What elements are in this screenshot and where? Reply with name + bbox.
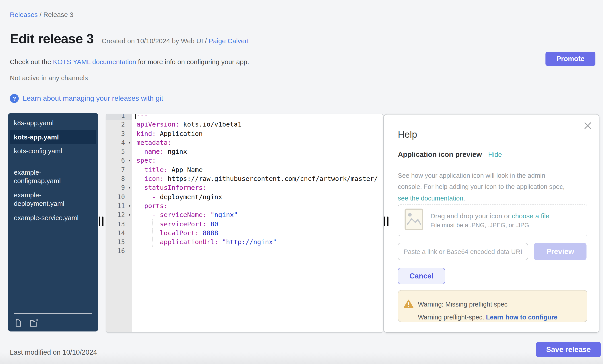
code-line[interactable]: kind: Application [137,129,383,138]
line-number: 13 [106,220,132,229]
icon-preview-section-row: Application icon preview Hide [398,151,502,159]
line-number: 8 [106,174,132,183]
see-documentation-link[interactable]: see the documentation [398,195,463,202]
dropzone-text: Drag and drop your icon or choose a file… [430,212,549,228]
line-number: 2 [106,120,132,129]
code-line[interactable]: localPort: 8888 [137,229,383,238]
cancel-button[interactable]: Cancel [398,268,445,284]
text-cursor [135,114,135,119]
resize-handle-left[interactable] [99,217,104,226]
file-group-examples: example-configmap.yamlexample-deployment… [8,165,98,225]
code-line[interactable]: title: App Name [137,165,383,175]
code-line[interactable]: - deployment/nginx [137,192,383,201]
image-placeholder-icon [405,208,423,232]
save-release-button[interactable]: Save release [536,342,601,357]
line-number: 5 [106,147,132,156]
file-group-app: k8s-app.yamlkots-app.yamlkots-config.yam… [8,116,98,158]
icon-url-input[interactable] [398,243,528,260]
choose-file-link[interactable]: choose a file [512,212,549,220]
warning-text: Warning preflight-spec. Learn how to con… [418,314,557,321]
git-releases-link[interactable]: Learn about managing your releases with … [23,94,163,102]
line-number: 16 [106,247,132,256]
code-line[interactable]: name: nginx [137,147,383,156]
code-line[interactable]: ports: [137,201,383,210]
edit-release-page: Releases / Release 3 Edit release 3 Crea… [0,0,603,364]
file-item-example-configmap.yaml[interactable]: example-configmap.yaml [10,165,96,188]
warning-title: Warning: Missing preflight spec [418,301,508,308]
code-line[interactable]: icon: https://raw.githubusercontent.com/… [137,174,383,183]
title-row: Edit release 3 Created on 10/10/2024 by … [10,31,249,46]
file-item-kots-app.yaml[interactable]: kots-app.yaml [10,130,96,144]
breadcrumb: Releases / Release 3 [10,11,73,18]
warning-triangle-icon [404,299,413,310]
channel-status: Not active in any channels [10,74,88,82]
line-number: 12▾ [106,210,132,220]
fold-arrow-icon[interactable]: ▾ [128,183,131,192]
code-line[interactable]: servicePort: 80 [137,220,383,229]
code-line[interactable]: applicationUrl: "http://nginx" [137,237,383,247]
line-number: 1 [106,114,132,120]
breadcrumb-releases-link[interactable]: Releases [10,11,38,18]
icon-dropzone[interactable]: Drag and drop your icon or choose a file… [398,204,587,236]
help-panel: Help Application icon preview Hide See h… [383,114,599,333]
viewport: Releases / Release 3 Edit release 3 Crea… [0,0,603,364]
help-title: Help [398,129,417,140]
editor-scroll: 1234▾56▾789▾1011▾12▾13141516 ---apiVersi… [106,114,383,256]
icon-url-row: Preview [398,243,587,260]
sidebar-bottom [8,313,98,330]
code-line[interactable] [137,247,383,256]
fold-arrow-icon[interactable]: ▾ [128,156,131,165]
git-help-row: ? Learn about managing your releases wit… [10,94,163,103]
icon-preview-section-title: Application icon preview [398,151,482,159]
question-mark-icon: ? [10,94,19,103]
new-folder-icon[interactable] [29,318,40,327]
promote-button[interactable]: Promote [545,52,595,66]
hide-link[interactable]: Hide [488,151,502,158]
fold-arrow-icon[interactable]: ▾ [128,210,131,220]
breadcrumb-separator: / [38,11,43,18]
preview-button[interactable]: Preview [534,243,587,260]
page-title: Edit release 3 [10,31,94,46]
code-line[interactable]: spec: [137,156,383,165]
warning-configure-link[interactable]: Learn how to configure [486,314,557,321]
help-description: See how your application icon will look … [398,170,588,204]
line-number: 15 [106,237,132,247]
editor-gutter: 1234▾56▾789▾1011▾12▾13141516 [106,114,132,256]
code-line[interactable]: apiVersion: kots.io/v1beta1 [137,120,383,129]
resize-handle-right[interactable] [384,217,388,226]
line-number: 3 [106,129,132,138]
code-line[interactable]: statusInformers: [137,183,383,192]
line-number: 11▾ [106,201,132,210]
new-file-icon[interactable] [14,318,23,327]
line-number: 6▾ [106,156,132,165]
author-link[interactable]: Paige Calvert [209,37,249,44]
editor-code[interactable]: ---apiVersion: kots.io/v1beta1kind: Appl… [132,114,383,256]
last-modified-text: Last modified on 10/10/2024 [10,348,97,356]
line-number: 14 [106,229,132,238]
line-number: 9▾ [106,183,132,192]
sidebar-bottom-divider [14,313,92,314]
code-line[interactable]: - serviceName: "nginx" [137,210,383,220]
file-item-example-service.yaml[interactable]: example-service.yaml [10,210,96,225]
file-item-kots-config.yaml[interactable]: kots-config.yaml [10,144,96,158]
fold-arrow-icon[interactable]: ▾ [128,138,131,147]
file-item-example-deployment.yaml[interactable]: example-deployment.yaml [10,188,96,210]
line-number: 7 [106,165,132,175]
breadcrumb-current: Release 3 [43,11,73,18]
created-text: Created on 10/10/2024 by Web UI / Paige … [102,37,249,44]
dropzone-hint: File must be a .PNG, .JPEG, or .JPG [430,222,549,228]
warning-box: Warning: Missing preflight spec Warning … [398,290,587,322]
line-number: 4▾ [106,138,132,147]
docs-line: Check out the KOTS YAML documentation fo… [10,58,249,66]
fold-arrow-icon[interactable]: ▾ [128,201,131,210]
line-number: 10 [106,192,132,201]
file-group-divider [14,162,92,162]
code-editor: 1234▾56▾789▾1011▾12▾13141516 ---apiVersi… [106,114,383,333]
code-line[interactable]: metadata: [137,138,383,147]
file-sidebar: k8s-app.yamlkots-app.yamlkots-config.yam… [8,113,98,331]
close-icon[interactable] [583,121,592,130]
sidebar-icons [8,318,98,330]
code-line[interactable]: --- [137,114,383,120]
file-item-k8s-app.yaml[interactable]: k8s-app.yaml [10,116,96,130]
kots-yaml-docs-link[interactable]: KOTS YAML documentation [53,58,136,66]
